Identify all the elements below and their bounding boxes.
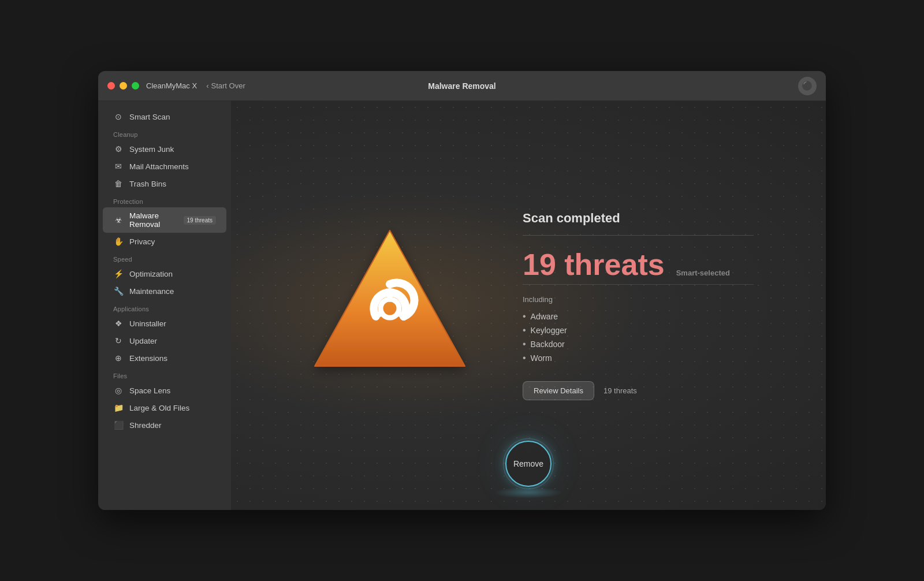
optimization-icon: ⚡ — [113, 269, 124, 278]
shredder-icon: ⬛ — [113, 420, 124, 430]
uninstaller-icon: ❖ — [113, 319, 124, 328]
sidebar-item-malware-removal[interactable]: ☣ Malware Removal 19 threats — [103, 207, 226, 233]
smart-selected-label: Smart-selected — [676, 269, 730, 282]
chevron-left-icon: ‹ — [206, 81, 208, 90]
system-junk-label: System Junk — [129, 145, 174, 154]
sidebar-item-mail-attachments[interactable]: ✉ Mail Attachments — [103, 158, 226, 175]
smart-scan-icon: ⊙ — [113, 112, 124, 121]
malware-removal-label: Malware Removal — [129, 211, 176, 229]
remove-button-container: Remove — [505, 441, 552, 487]
maintenance-label: Maintenance — [129, 287, 174, 296]
including-label: Including — [523, 295, 754, 304]
window-title: Malware Removal — [428, 81, 496, 91]
maximize-button[interactable] — [132, 82, 139, 90]
privacy-label: Privacy — [129, 237, 155, 246]
sidebar-item-shredder[interactable]: ⬛ Shredder — [103, 416, 226, 434]
threat-item-worm: Worm — [523, 351, 754, 365]
shredder-label: Shredder — [129, 421, 162, 430]
trash-icon: 🗑 — [113, 179, 124, 188]
threat-item-backdoor: Backdoor — [523, 337, 754, 351]
sidebar-item-privacy[interactable]: ✋ Privacy — [103, 233, 226, 250]
malware-icon: ☣ — [113, 215, 124, 225]
back-button[interactable]: ‹ Start Over — [206, 81, 245, 90]
divider-1 — [523, 235, 754, 236]
extensions-label: Extensions — [129, 354, 167, 363]
extensions-icon: ⊕ — [113, 353, 124, 363]
malware-threat-badge: 19 threats — [184, 216, 216, 225]
sidebar-item-maintenance[interactable]: 🔧 Maintenance — [103, 282, 226, 300]
review-threats-count: 19 threats — [603, 386, 637, 395]
titlebar: CleanMyMac X ‹ Start Over Malware Remova… — [98, 71, 826, 101]
svg-line-3 — [375, 313, 382, 317]
avatar-icon: ⚫ — [802, 80, 813, 91]
threat-item-keylogger: Keylogger — [523, 323, 754, 337]
trash-bins-label: Trash Bins — [129, 180, 166, 188]
app-name: CleanMyMac X — [146, 81, 197, 90]
sidebar: ⊙ Smart Scan Cleanup ⚙ System Junk ✉ Mai… — [98, 101, 231, 510]
threat-item-adware: Adware — [523, 310, 754, 323]
content-area: Scan completed 19 threats Smart-selected… — [231, 101, 826, 510]
scan-completed-title: Scan completed — [523, 211, 754, 226]
sidebar-item-system-junk[interactable]: ⚙ System Junk — [103, 140, 226, 158]
actions-row: Review Details 19 threats — [523, 381, 754, 400]
traffic-lights — [107, 82, 139, 90]
speed-section-label: Speed — [98, 250, 231, 265]
sidebar-item-trash-bins[interactable]: 🗑 Trash Bins — [103, 175, 226, 192]
mail-icon: ✉ — [113, 162, 124, 171]
main-layout: ⊙ Smart Scan Cleanup ⚙ System Junk ✉ Mai… — [98, 101, 826, 510]
system-junk-icon: ⚙ — [113, 144, 124, 154]
results-panel: Scan completed 19 threats Smart-selected… — [523, 211, 754, 400]
sidebar-item-smart-scan[interactable]: ⊙ Smart Scan — [103, 108, 226, 125]
back-label: Start Over — [211, 81, 245, 90]
remove-button[interactable]: Remove — [505, 441, 552, 487]
large-old-files-label: Large & Old Files — [129, 404, 189, 412]
divider-2 — [523, 284, 754, 285]
mail-attachments-label: Mail Attachments — [129, 162, 189, 171]
updater-icon: ↻ — [113, 336, 124, 345]
titlebar-right: ⚫ — [798, 77, 817, 95]
sidebar-item-extensions[interactable]: ⊕ Extensions — [103, 349, 226, 367]
space-lens-label: Space Lens — [129, 386, 170, 395]
applications-section-label: Applications — [98, 300, 231, 315]
content-inner: Scan completed 19 threats Smart-selected… — [303, 211, 754, 400]
sidebar-item-updater[interactable]: ↻ Updater — [103, 332, 226, 349]
smart-scan-label: Smart Scan — [129, 113, 170, 121]
protection-section-label: Protection — [98, 192, 231, 207]
files-section-label: Files — [98, 367, 231, 382]
sidebar-item-space-lens[interactable]: ◎ Space Lens — [103, 382, 226, 399]
avatar-button[interactable]: ⚫ — [798, 77, 817, 95]
svg-line-2 — [398, 313, 405, 317]
sidebar-item-large-old-files[interactable]: 📁 Large & Old Files — [103, 399, 226, 416]
threat-list: Adware Keylogger Backdoor Worm — [523, 310, 754, 365]
uninstaller-label: Uninstaller — [129, 319, 166, 328]
privacy-icon: ✋ — [113, 237, 124, 246]
sidebar-item-uninstaller[interactable]: ❖ Uninstaller — [103, 315, 226, 332]
biohazard-icon — [303, 219, 476, 392]
biohazard-container — [303, 219, 476, 392]
space-lens-icon: ◎ — [113, 386, 124, 395]
maintenance-icon: 🔧 — [113, 286, 124, 296]
sidebar-item-optimization[interactable]: ⚡ Optimization — [103, 265, 226, 282]
large-files-icon: 📁 — [113, 403, 124, 412]
optimization-label: Optimization — [129, 270, 173, 278]
close-button[interactable] — [107, 82, 115, 90]
cleanup-section-label: Cleanup — [98, 125, 231, 140]
threats-count-text: 19 threats — [523, 247, 665, 282]
review-details-button[interactable]: Review Details — [523, 381, 594, 400]
minimize-button[interactable] — [120, 82, 127, 90]
updater-label: Updater — [129, 337, 157, 345]
app-window: CleanMyMac X ‹ Start Over Malware Remova… — [98, 71, 826, 510]
threats-count: 19 threats Smart-selected — [523, 247, 754, 282]
